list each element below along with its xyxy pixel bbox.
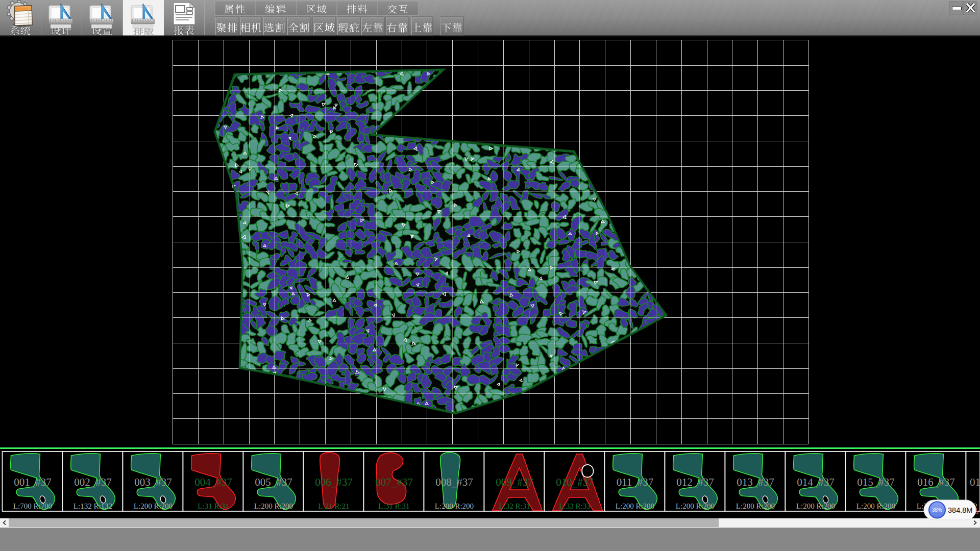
svg-text:003_#37: 003_#37 (134, 476, 172, 488)
svg-text:006_#37: 006_#37 (315, 476, 353, 488)
svg-text:L:32 R:31: L:32 R:31 (499, 502, 530, 510)
svg-text:012_#37: 012_#37 (676, 476, 714, 488)
svg-text:004_#37: 004_#37 (194, 476, 232, 488)
svg-text:01: 01 (970, 476, 980, 488)
svg-text:L:21 R:21: L:21 R:21 (318, 502, 349, 510)
svg-text:L:200 R:200: L:200 R:200 (736, 502, 775, 510)
svg-text:L:200 R:200: L:200 R:200 (616, 502, 654, 510)
svg-text:005_#37: 005_#37 (255, 476, 292, 488)
svg-text:015_#37: 015_#37 (857, 476, 895, 488)
svg-text:007_#37: 007_#37 (375, 476, 413, 488)
svg-text:L:132 R:132: L:132 R:132 (74, 502, 112, 510)
svg-text:016_#37: 016_#37 (917, 476, 955, 488)
svg-text:L:200 R:200: L:200 R:200 (134, 502, 173, 510)
svg-text:L:31 R:31: L:31 R:31 (378, 502, 409, 510)
svg-text:384.8M: 384.8M (948, 506, 972, 514)
svg-text:002_#37: 002_#37 (74, 476, 112, 488)
svg-text:013_#37: 013_#37 (737, 476, 774, 488)
svg-text:011_#37: 011_#37 (617, 476, 654, 488)
svg-text:001_#37: 001_#37 (14, 476, 52, 488)
svg-text:38%: 38% (932, 507, 942, 513)
svg-text:L:200 R:200: L:200 R:200 (435, 502, 474, 510)
svg-text:014_#37: 014_#37 (797, 476, 835, 488)
svg-text:L:700 R:700: L:700 R:700 (13, 502, 52, 510)
svg-text:010_#37: 010_#37 (556, 476, 594, 488)
svg-text:L:33 R:33: L:33 R:33 (559, 502, 590, 510)
svg-text:L:200 R:200: L:200 R:200 (254, 502, 293, 510)
svg-text:L:200 R:200: L:200 R:200 (856, 502, 895, 510)
svg-text:009_#37: 009_#37 (496, 476, 533, 488)
svg-text:L:200 R:200: L:200 R:200 (676, 502, 715, 510)
svg-text:L:31 R:31: L:31 R:31 (198, 502, 229, 510)
svg-text:L:200 R:200: L:200 R:200 (796, 502, 835, 510)
svg-text:008_#37: 008_#37 (435, 476, 473, 488)
